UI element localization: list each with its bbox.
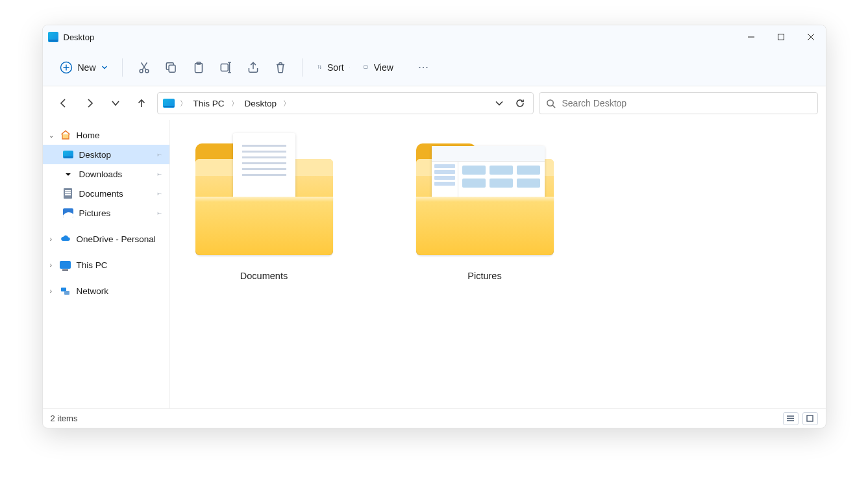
- sidebar-item-thispc[interactable]: › This PC: [43, 255, 169, 275]
- share-icon: [246, 60, 260, 75]
- minimize-button[interactable]: [736, 25, 766, 49]
- rename-icon: [219, 60, 233, 75]
- recent-button[interactable]: [105, 93, 126, 114]
- svg-line-9: [142, 62, 147, 69]
- sort-button[interactable]: Sort: [312, 55, 356, 80]
- file-explorer-window: Desktop New Sort View: [42, 25, 826, 428]
- view-mode-buttons: [783, 412, 818, 425]
- details-view-button[interactable]: [783, 412, 799, 425]
- pin-icon: [155, 208, 163, 218]
- share-button[interactable]: [241, 55, 266, 80]
- picture-icon: [62, 207, 74, 219]
- status-bar: 2 items: [43, 408, 826, 428]
- folder-label: Documents: [240, 271, 288, 281]
- toolbar: New Sort View: [43, 49, 826, 86]
- svg-point-21: [427, 66, 428, 68]
- sidebar-item-label: This PC: [77, 260, 108, 270]
- paste-button[interactable]: [186, 55, 211, 80]
- svg-rect-30: [807, 415, 813, 421]
- crumb-desktop[interactable]: Desktop: [241, 96, 281, 111]
- maximize-button[interactable]: [766, 25, 796, 49]
- sidebar-item-pictures[interactable]: Pictures: [43, 203, 169, 223]
- svg-rect-14: [221, 64, 228, 71]
- chevron-right-icon: 〉: [230, 99, 240, 108]
- sidebar-item-network[interactable]: › Network: [43, 281, 169, 301]
- sidebar-item-desktop[interactable]: Desktop: [43, 145, 169, 164]
- svg-point-8: [145, 69, 148, 73]
- sidebar-item-label: Desktop: [79, 150, 112, 160]
- chevron-right-icon[interactable]: ›: [47, 262, 56, 269]
- folder-icon: [193, 143, 336, 255]
- more-button[interactable]: [411, 55, 436, 80]
- separator: [302, 58, 303, 77]
- search-icon: [546, 99, 556, 108]
- sidebar-item-label: Network: [77, 286, 109, 296]
- folder-icon: [414, 143, 556, 255]
- cut-icon: [137, 60, 151, 75]
- pin-icon: [155, 149, 163, 160]
- up-button[interactable]: [131, 93, 152, 114]
- address-dropdown-button[interactable]: [490, 94, 508, 112]
- svg-point-22: [547, 99, 552, 105]
- delete-icon: [273, 60, 288, 75]
- svg-point-20: [423, 66, 424, 68]
- onedrive-icon: [60, 233, 71, 245]
- copy-button[interactable]: [159, 55, 184, 80]
- crumb-this-pc[interactable]: This PC: [190, 96, 229, 111]
- location-icon: [163, 99, 175, 108]
- sidebar-item-documents[interactable]: Documents: [43, 184, 169, 203]
- titlebar: Desktop: [43, 25, 826, 49]
- chevron-down-icon: [399, 64, 400, 71]
- svg-rect-11: [169, 65, 175, 72]
- chevron-right-icon[interactable]: ›: [47, 288, 56, 295]
- sidebar-item-onedrive[interactable]: › OneDrive - Personal: [43, 229, 169, 249]
- paste-icon: [192, 60, 206, 75]
- cut-button[interactable]: [132, 55, 156, 80]
- back-button[interactable]: [53, 93, 74, 114]
- sidebar-item-label: Home: [77, 130, 100, 140]
- chevron-right-icon[interactable]: ›: [47, 236, 56, 243]
- view-button[interactable]: View: [358, 55, 404, 80]
- svg-point-19: [419, 66, 421, 68]
- sidebar-item-home[interactable]: ⌄ Home: [43, 125, 169, 145]
- document-icon: [62, 188, 74, 199]
- new-label: New: [78, 62, 96, 73]
- new-button[interactable]: New: [55, 55, 113, 80]
- nav-row: 〉 This PC 〉 Desktop 〉: [43, 86, 826, 120]
- search-input[interactable]: [562, 98, 811, 108]
- address-bar[interactable]: 〉 This PC 〉 Desktop 〉: [157, 92, 534, 114]
- home-icon: [60, 129, 71, 141]
- folder-documents[interactable]: Documents: [190, 137, 339, 288]
- svg-rect-26: [64, 291, 69, 295]
- status-text: 2 items: [51, 414, 78, 423]
- sort-icon: [317, 64, 322, 69]
- plus-circle-icon: [60, 61, 73, 74]
- body: ⌄ Home Desktop Downloads Documents: [43, 120, 826, 408]
- search-box[interactable]: [539, 92, 818, 114]
- separator: [122, 58, 123, 77]
- chevron-down-icon: [349, 64, 351, 71]
- monitor-icon: [60, 259, 71, 271]
- chevron-down-icon: [101, 64, 108, 71]
- rename-button[interactable]: [214, 55, 238, 80]
- refresh-button[interactable]: [511, 94, 529, 112]
- svg-rect-1: [778, 34, 784, 40]
- svg-rect-18: [364, 66, 368, 69]
- pin-icon: [155, 188, 163, 199]
- folder-label: Pictures: [467, 271, 501, 281]
- folder-pictures[interactable]: Pictures: [410, 137, 560, 288]
- desktop-icon: [48, 32, 58, 42]
- close-button[interactable]: [796, 25, 826, 49]
- view-icon: [363, 64, 368, 69]
- sidebar: ⌄ Home Desktop Downloads Documents: [43, 120, 170, 408]
- download-icon: [62, 168, 74, 180]
- sidebar-item-label: Pictures: [79, 208, 111, 218]
- icons-view-button[interactable]: [802, 412, 818, 425]
- delete-button[interactable]: [268, 55, 293, 80]
- svg-point-7: [140, 69, 143, 73]
- network-icon: [60, 285, 71, 297]
- chevron-right-icon: 〉: [179, 99, 188, 108]
- forward-button[interactable]: [79, 93, 100, 114]
- sidebar-item-downloads[interactable]: Downloads: [43, 164, 169, 184]
- chevron-down-icon[interactable]: ⌄: [47, 132, 56, 139]
